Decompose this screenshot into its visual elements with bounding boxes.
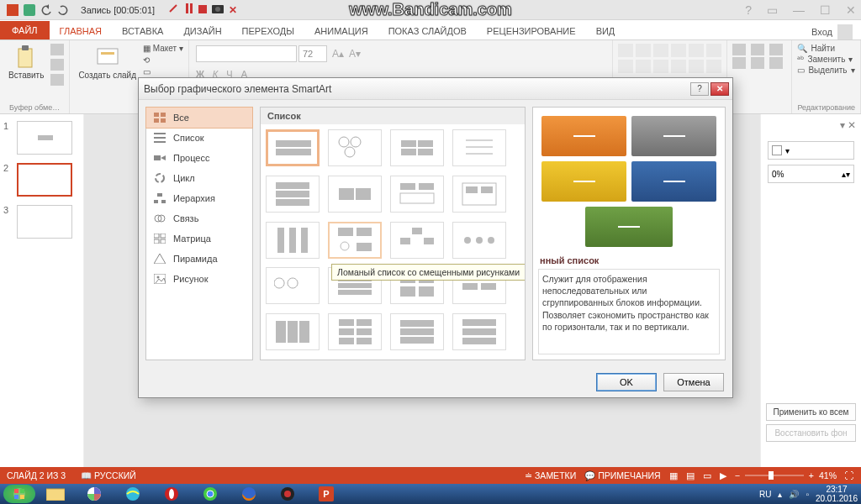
login-link[interactable]: Вход xyxy=(811,24,853,39)
cat-hierarchy[interactable]: Иерархия xyxy=(146,188,252,208)
cat-cycle[interactable]: Цикл xyxy=(146,168,252,188)
tab-transitions[interactable]: ПЕРЕХОДЫ xyxy=(232,23,304,39)
slideshow-view-icon[interactable]: ▶ xyxy=(720,470,726,480)
decrease-font-icon[interactable]: A▾ xyxy=(349,48,361,60)
language-status[interactable]: 📖 РУССКИЙ xyxy=(81,470,136,481)
cat-matrix[interactable]: Матрица xyxy=(146,228,252,249)
tab-view[interactable]: ВИД xyxy=(586,23,626,39)
rec-pause-icon[interactable] xyxy=(185,3,193,16)
maximize-icon[interactable]: ☐ xyxy=(820,3,831,17)
gallery-item[interactable] xyxy=(328,313,382,350)
sorter-view-icon[interactable]: ▤ xyxy=(686,470,695,480)
gallery-item[interactable] xyxy=(390,222,444,259)
tab-home[interactable]: ГЛАВНАЯ xyxy=(50,23,112,39)
tab-design[interactable]: ДИЗАЙН xyxy=(173,23,231,39)
font-family-select[interactable] xyxy=(196,45,297,62)
minimize-icon[interactable]: — xyxy=(793,3,805,17)
tab-slideshow[interactable]: ПОКАЗ СЛАЙДОВ xyxy=(378,23,477,39)
tab-anim[interactable]: АНИМАЦИЯ xyxy=(304,23,378,39)
transparency-input[interactable]: 0%▴▾ xyxy=(768,165,854,183)
cat-relationship[interactable]: Связь xyxy=(146,208,252,228)
ribbon-collapse-icon[interactable]: ▭ xyxy=(767,3,778,17)
section-button[interactable]: ▭ xyxy=(143,67,183,76)
network-icon[interactable]: ▫ xyxy=(806,490,809,499)
cat-picture[interactable]: Рисунок xyxy=(146,269,252,289)
gallery-item[interactable] xyxy=(266,176,320,213)
reading-view-icon[interactable]: ▭ xyxy=(703,470,711,480)
apply-all-button[interactable]: Применить ко всем xyxy=(766,403,856,421)
zoom-control[interactable]: − + 41% xyxy=(735,470,837,480)
normal-view-icon[interactable]: ▦ xyxy=(669,470,678,480)
cat-process[interactable]: Процесс xyxy=(146,148,252,168)
gallery-item[interactable] xyxy=(328,129,382,166)
find-button[interactable]: 🔍Найти xyxy=(797,44,855,53)
thumb-1[interactable]: 1 xyxy=(3,121,80,155)
gallery-grid[interactable]: Ломаный список со смещенными рисунками xyxy=(261,124,525,360)
gallery-item[interactable] xyxy=(390,129,444,166)
task-opera[interactable] xyxy=(153,485,190,503)
reset-button[interactable]: ⟲ xyxy=(143,55,183,65)
select-button[interactable]: ▭Выделить ▾ xyxy=(797,66,855,75)
tray-up-icon[interactable]: ▴ xyxy=(778,490,782,499)
cat-all[interactable]: Все xyxy=(145,107,253,129)
dialog-help-icon[interactable]: ? xyxy=(690,82,709,96)
increase-font-icon[interactable]: A▴ xyxy=(332,48,344,60)
paste-button[interactable]: Вставить xyxy=(5,44,47,81)
fill-type-select[interactable]: ▾ xyxy=(768,141,854,160)
task-chrome[interactable] xyxy=(192,485,229,503)
gallery-item[interactable] xyxy=(452,129,506,166)
volume-icon[interactable]: 🔊 xyxy=(789,490,799,499)
tab-insert[interactable]: ВСТАВКА xyxy=(112,23,173,39)
task-explorer[interactable] xyxy=(37,485,74,503)
rec-draw-icon[interactable] xyxy=(168,3,180,16)
gallery-item[interactable] xyxy=(390,176,444,213)
redo-icon[interactable] xyxy=(57,4,69,16)
close-icon[interactable]: ✕ xyxy=(846,3,856,17)
cancel-button[interactable]: Отмена xyxy=(663,373,724,391)
input-lang[interactable]: RU xyxy=(759,490,771,499)
gallery-item[interactable] xyxy=(452,222,506,259)
thumb-3[interactable]: 3 xyxy=(3,205,80,239)
copy-icon[interactable] xyxy=(50,59,64,71)
clock-date[interactable]: 20.01.2016 xyxy=(816,494,858,503)
undo-icon[interactable] xyxy=(40,4,52,16)
fit-window-icon[interactable]: ⛶ xyxy=(845,470,854,480)
layout-dropdown[interactable]: ▦ Макет ▾ xyxy=(143,44,183,53)
font-size-select[interactable]: 72 xyxy=(298,45,327,62)
ok-button[interactable]: OK xyxy=(596,373,657,391)
panel-close-icon[interactable]: ▾ ✕ xyxy=(840,119,856,131)
tab-file[interactable]: ФАЙЛ xyxy=(0,21,50,39)
gallery-item-hovered[interactable] xyxy=(328,222,382,259)
start-button[interactable] xyxy=(3,485,35,503)
zoom-in-icon[interactable]: + xyxy=(809,470,814,480)
gallery-item[interactable] xyxy=(452,176,506,213)
comments-button[interactable]: 💬 ПРИМЕЧАНИЯ xyxy=(584,470,660,481)
replace-button[interactable]: ᵃᵇЗаменить ▾ xyxy=(797,55,855,64)
clock-time[interactable]: 23:17 xyxy=(816,485,858,494)
zoom-out-icon[interactable]: − xyxy=(735,470,740,480)
gallery-item[interactable] xyxy=(266,129,320,166)
thumb-2[interactable]: 2 xyxy=(3,163,80,197)
tab-review[interactable]: РЕЦЕНЗИРОВАНИЕ xyxy=(477,23,586,39)
cat-pyramid[interactable]: Пирамида xyxy=(146,249,252,269)
dialog-close-icon[interactable]: ✕ xyxy=(710,82,729,96)
notes-button[interactable]: ≐ ЗАМЕТКИ xyxy=(525,470,576,480)
rec-stop-icon[interactable] xyxy=(198,4,207,16)
rec-camera-icon[interactable] xyxy=(212,4,224,16)
gallery-item[interactable] xyxy=(266,267,320,304)
system-tray[interactable]: RU ▴ 🔊 ▫ 23:17 20.01.2016 xyxy=(759,485,858,503)
help-icon[interactable]: ? xyxy=(745,3,752,17)
cut-icon[interactable] xyxy=(50,44,64,55)
gallery-item[interactable] xyxy=(390,313,444,350)
save-icon[interactable] xyxy=(24,4,35,16)
reset-bg-button[interactable]: Восстановить фон xyxy=(766,424,856,442)
gallery-item[interactable] xyxy=(266,313,320,350)
task-ie[interactable] xyxy=(114,485,151,503)
slide-counter[interactable]: СЛАЙД 2 ИЗ 3 xyxy=(7,470,66,480)
gallery-item[interactable] xyxy=(328,176,382,213)
gallery-item[interactable] xyxy=(452,313,506,350)
format-painter-icon[interactable] xyxy=(50,74,64,86)
task-bandicam[interactable] xyxy=(269,485,306,503)
rec-close-icon[interactable]: ✕ xyxy=(229,4,237,16)
task-powerpoint[interactable]: P xyxy=(308,485,345,503)
